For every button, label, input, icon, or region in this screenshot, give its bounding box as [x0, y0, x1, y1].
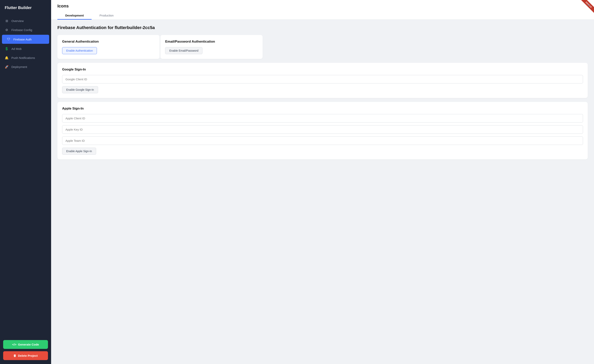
header-title: Icons: [57, 4, 588, 9]
email-password-card: Email/Password Authentication Enable Ema…: [160, 35, 263, 59]
apple-signin-card: Apple Sign-In Enable Apple Sign-In: [57, 102, 588, 159]
enable-apple-button[interactable]: Enable Apple Sign-In: [62, 148, 96, 155]
sidebar: Flutter Builder ⊞ Overview ⚙ Firebase Co…: [0, 0, 51, 364]
sidebar-label-push-notifications: Push Notifications: [11, 56, 35, 59]
apple-key-id-input[interactable]: [62, 125, 583, 134]
sidebar-footer: </> Generate Code 🗑 Delete Project: [0, 336, 51, 364]
sidebar-item-firebase-auth[interactable]: 🛡 Firebase Auth: [2, 35, 49, 44]
content-area: Firebase Authentication for flutterbuild…: [51, 20, 594, 364]
trash-icon: 🗑: [13, 354, 16, 357]
google-signin-card: Google Sign-In Enable Google Sign-In: [57, 63, 588, 98]
apple-signin-title: Apple Sign-In: [62, 107, 583, 110]
app-logo: Flutter Builder: [0, 0, 51, 15]
gear-icon: ⚙: [5, 28, 9, 32]
sidebar-label-firebase-auth: Firebase Auth: [13, 38, 32, 41]
sidebar-item-push-notifications[interactable]: 🔔 Push Notifications: [0, 53, 51, 62]
shield-icon: 🛡: [7, 37, 11, 41]
google-signin-title: Google Sign-In: [62, 68, 583, 72]
sidebar-item-ad-mob[interactable]: 💲 Ad Mob: [0, 44, 51, 53]
general-auth-card: General Authentication Enable Authentica…: [57, 35, 160, 59]
bell-icon: 🔔: [5, 56, 9, 60]
overview-icon: ⊞: [5, 19, 9, 23]
apple-team-id-input[interactable]: [62, 136, 583, 145]
sidebar-label-overview: Overview: [11, 19, 24, 23]
close-button[interactable]: ×: [587, 3, 590, 8]
sidebar-label-firebase-config: Firebase Config: [11, 28, 32, 32]
header: DEBUG Icons Development Production ×: [51, 0, 594, 20]
sidebar-item-overview[interactable]: ⊞ Overview: [0, 16, 51, 25]
email-password-title: Email/Password Authentication: [165, 40, 258, 44]
main-area: DEBUG Icons Development Production × Fir…: [51, 0, 594, 364]
code-icon: </>: [12, 343, 16, 346]
tab-production[interactable]: Production: [92, 12, 122, 20]
page-title: Firebase Authentication for flutterbuild…: [57, 25, 588, 30]
generate-code-button[interactable]: </> Generate Code: [3, 340, 48, 349]
tab-development[interactable]: Development: [57, 12, 92, 20]
enable-email-button[interactable]: Enable Email/Password: [165, 47, 202, 54]
google-client-id-input[interactable]: [62, 75, 583, 84]
sidebar-label-ad-mob: Ad Mob: [11, 47, 22, 51]
sidebar-label-deployment: Deployment: [11, 65, 27, 69]
general-auth-title: General Authentication: [62, 40, 155, 44]
apple-client-id-input[interactable]: [62, 114, 583, 123]
tabs: Development Production: [57, 12, 588, 20]
delete-project-button[interactable]: 🗑 Delete Project: [3, 351, 48, 360]
sidebar-nav: ⊞ Overview ⚙ Firebase Config 🛡 Firebase …: [0, 15, 51, 336]
sidebar-item-deployment[interactable]: 🚀 Deployment: [0, 62, 51, 71]
enable-auth-button[interactable]: Enable Authentication: [62, 47, 97, 54]
admob-icon: 💲: [5, 47, 9, 51]
rocket-icon: 🚀: [5, 65, 9, 69]
enable-google-button[interactable]: Enable Google Sign-In: [62, 86, 98, 93]
sidebar-item-firebase-config[interactable]: ⚙ Firebase Config: [0, 25, 51, 34]
